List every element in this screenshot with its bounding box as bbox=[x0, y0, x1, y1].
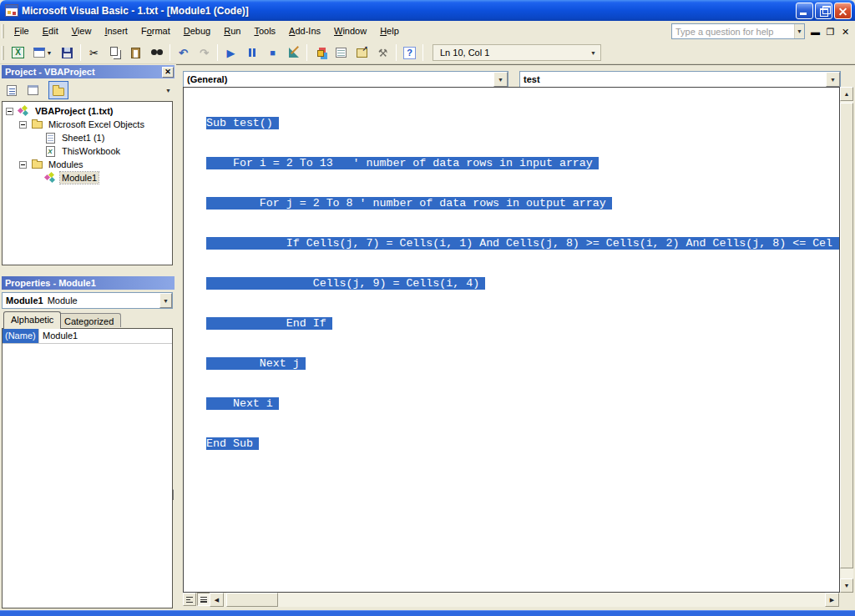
mdi-minimize-button[interactable]: ▬ bbox=[809, 26, 822, 38]
menu-edit[interactable]: Edit bbox=[36, 23, 65, 39]
menu-run[interactable]: Run bbox=[217, 23, 247, 39]
help-question-input[interactable] bbox=[672, 24, 794, 38]
scroll-down-icon[interactable]: ▼ bbox=[840, 578, 853, 593]
view-code-button[interactable] bbox=[2, 81, 22, 99]
tree-item-thisworkbook[interactable]: X ThisWorkbook bbox=[3, 144, 172, 158]
properties-panel-title: Properties - Module1 bbox=[5, 278, 96, 288]
object-browser-button[interactable] bbox=[352, 43, 372, 62]
undo-arrow-icon: ↶ bbox=[179, 48, 188, 58]
scroll-right-icon[interactable]: ▶ bbox=[825, 593, 839, 607]
copy-button[interactable] bbox=[105, 43, 124, 62]
help-question-combobox[interactable]: ▼ bbox=[671, 23, 805, 39]
menu-format[interactable]: Format bbox=[134, 23, 177, 39]
find-button[interactable] bbox=[147, 43, 166, 62]
property-row-name[interactable]: (Name) Module1 bbox=[3, 329, 172, 344]
mdi-close-button[interactable]: ✕ bbox=[839, 26, 852, 38]
tab-categorized[interactable]: Categorized bbox=[57, 313, 121, 327]
toolbar-grip-handle[interactable] bbox=[2, 46, 4, 60]
cut-button[interactable]: ✂ bbox=[84, 43, 104, 62]
properties-panel-header[interactable]: Properties - Module1 ✕ bbox=[2, 276, 175, 290]
scroll-left-icon[interactable]: ◀ bbox=[210, 593, 224, 607]
help-button[interactable]: ? bbox=[400, 43, 419, 62]
property-name-cell[interactable]: (Name) bbox=[3, 329, 39, 343]
undo-button[interactable]: ↶ bbox=[174, 43, 193, 62]
tree-item-excel-objects[interactable]: Microsoft Excel Objects bbox=[3, 118, 172, 131]
worksheet-icon bbox=[43, 132, 57, 144]
menu-insert[interactable]: Insert bbox=[98, 23, 134, 39]
chevron-down-icon[interactable]: ▼ bbox=[159, 293, 172, 308]
full-module-view-button[interactable] bbox=[197, 593, 210, 606]
mdi-restore-button[interactable]: ❐ bbox=[824, 26, 837, 38]
vertical-scrollbar-thumb[interactable] bbox=[840, 103, 853, 568]
toolbox-button[interactable]: ⚒ bbox=[373, 43, 392, 62]
collapse-icon[interactable] bbox=[6, 108, 13, 115]
chevron-down-icon[interactable]: ▼ bbox=[493, 72, 508, 87]
horizontal-scrollbar[interactable]: ◀ ▶ bbox=[210, 593, 839, 607]
menu-debug[interactable]: Debug bbox=[177, 23, 217, 39]
chevron-down-icon[interactable]: ▼ bbox=[587, 46, 600, 59]
code-line[interactable]: Cells(j, 9) = Cells(i, 4) bbox=[206, 277, 840, 290]
close-icon[interactable]: ✕ bbox=[162, 67, 174, 78]
object-selector-combobox[interactable]: Module1 Module ▼ bbox=[2, 292, 173, 309]
menu-file[interactable]: File bbox=[8, 23, 36, 39]
collapse-icon[interactable] bbox=[19, 161, 27, 169]
paste-button[interactable] bbox=[126, 43, 145, 62]
code-line[interactable]: Next j bbox=[206, 357, 840, 371]
chevron-down-icon[interactable]: ▼ bbox=[794, 24, 804, 38]
menu-add-ins[interactable]: Add-Ins bbox=[282, 23, 327, 39]
scroll-up-icon[interactable]: ▲ bbox=[840, 87, 853, 101]
menu-tools[interactable]: Tools bbox=[247, 23, 282, 39]
chevron-down-icon[interactable]: ▼ bbox=[165, 88, 171, 93]
code-line[interactable]: For i = 2 To 13 ' number of data rows in… bbox=[206, 157, 840, 170]
insert-userform-button[interactable]: ▼ bbox=[29, 43, 56, 62]
save-button[interactable] bbox=[58, 43, 77, 62]
tree-item-module1[interactable]: Module1 bbox=[3, 171, 172, 184]
tree-item-modules[interactable]: Modules bbox=[3, 158, 172, 171]
redo-button[interactable]: ↷ bbox=[195, 43, 214, 62]
title-bar: Microsoft Visual Basic - 1.txt - [Module… bbox=[0, 0, 855, 21]
collapse-icon[interactable] bbox=[19, 121, 27, 129]
close-button[interactable] bbox=[834, 3, 852, 19]
object-dropdown[interactable]: (General) ▼ bbox=[183, 71, 508, 88]
code-line[interactable]: Next i bbox=[206, 397, 840, 411]
code-line[interactable]: End If bbox=[206, 317, 840, 331]
project-tree: VBAProject (1.txt) Microsoft Excel Objec… bbox=[2, 101, 173, 265]
break-button[interactable] bbox=[242, 43, 261, 62]
vertical-scrollbar[interactable]: ▲ ▼ bbox=[840, 87, 853, 593]
line-column-label: Ln 10, Col 1 bbox=[433, 48, 489, 58]
code-line[interactable]: Sub test() bbox=[206, 117, 840, 130]
design-mode-icon bbox=[289, 48, 299, 58]
run-sub-button[interactable]: ▶ bbox=[221, 43, 240, 62]
design-mode-button[interactable] bbox=[284, 43, 303, 62]
chevron-down-icon[interactable]: ▼ bbox=[47, 50, 53, 56]
procedure-dropdown[interactable]: test ▼ bbox=[519, 71, 841, 88]
cursor-position-indicator[interactable]: Ln 10, Col 1 ▼ bbox=[433, 44, 601, 61]
toolbar-separator bbox=[80, 44, 81, 61]
property-value-cell[interactable]: Module1 bbox=[39, 329, 78, 343]
minimize-button[interactable] bbox=[796, 3, 813, 19]
menu-window[interactable]: Window bbox=[327, 23, 373, 39]
code-text[interactable]: Sub test() For i = 2 To 13 ' number of d… bbox=[184, 88, 840, 477]
reset-button[interactable]: ■ bbox=[263, 43, 282, 62]
horizontal-scrollbar-thumb[interactable] bbox=[226, 593, 278, 607]
menu-view[interactable]: View bbox=[65, 23, 99, 39]
procedure-view-button[interactable] bbox=[183, 593, 196, 606]
tree-item-sheet1[interactable]: Sheet1 (1) bbox=[3, 131, 172, 144]
menubar-grip-handle[interactable] bbox=[2, 24, 4, 38]
project-explorer-button[interactable] bbox=[311, 43, 330, 62]
code-line[interactable]: For j = 2 To 8 ' number of data rows in … bbox=[206, 197, 840, 210]
chevron-down-icon[interactable]: ▼ bbox=[826, 72, 840, 87]
code-line[interactable]: End Sub bbox=[206, 437, 840, 451]
properties-window-button[interactable] bbox=[331, 43, 351, 62]
menu-help[interactable]: Help bbox=[373, 23, 406, 39]
code-editor[interactable]: Sub test() For i = 2 To 13 ' number of d… bbox=[183, 87, 840, 593]
tab-alphabetic[interactable]: Alphabetic bbox=[3, 311, 61, 329]
view-microsoft-excel-button[interactable]: X bbox=[8, 43, 28, 62]
toggle-folders-button[interactable] bbox=[48, 81, 68, 99]
restore-button[interactable] bbox=[815, 3, 832, 19]
code-line[interactable]: If Cells(j, 7) = Cells(i, 1) And Cells(j… bbox=[206, 237, 840, 250]
project-panel-header[interactable]: Project - VBAProject ✕ bbox=[2, 65, 175, 78]
view-object-button[interactable] bbox=[23, 81, 43, 99]
stop-icon: ■ bbox=[270, 48, 276, 58]
tree-item-vbaproject[interactable]: VBAProject (1.txt) bbox=[3, 104, 172, 118]
